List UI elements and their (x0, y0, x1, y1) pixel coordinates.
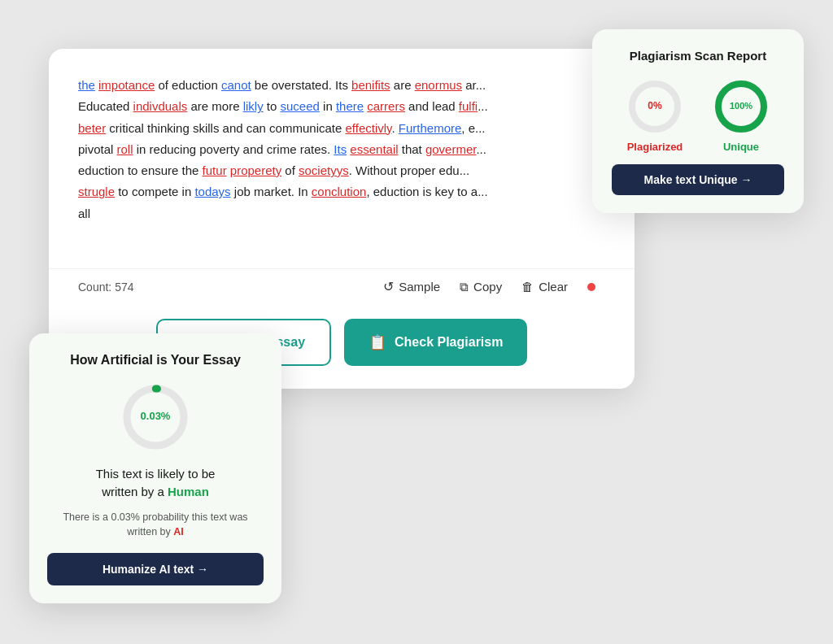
copy-icon: ⧉ (460, 280, 469, 294)
ai-pct-text: 0.03% (141, 410, 171, 422)
ai-detection-card: How Artificial is Your Essay 0.03% This … (29, 333, 281, 604)
editor-toolbar: Count: 574 ↺ Sample ⧉ Copy 🗑 Clear (49, 268, 635, 304)
sample-icon: ↺ (383, 279, 394, 294)
text-line-2: Educated indivduals are more likly to su… (78, 99, 488, 113)
sample-button[interactable]: ↺ Sample (383, 279, 440, 294)
unique-label: Unique (723, 141, 759, 153)
ai-word-label: AI (173, 526, 184, 537)
text-line-3: beter critical thinking skills and can c… (78, 121, 486, 135)
plagiarized-donut-svg: 0% (626, 77, 684, 136)
ai-card-title: How Artificial is Your Essay (47, 353, 264, 368)
editor-content[interactable]: the impotance of eduction canot be overs… (49, 49, 635, 268)
plagiarism-report-card: Plagiarism Scan Report 0% Plagiarized 10… (592, 29, 804, 213)
unique-circle: 100% Unique (712, 77, 770, 153)
status-dot (587, 283, 595, 291)
ai-donut-wrap: 0.03% (47, 381, 264, 454)
ai-result-text: This text is likely to bewritten by a Hu… (47, 465, 264, 502)
text-line-7: all (78, 207, 90, 220)
copy-button[interactable]: ⧉ Copy (460, 280, 502, 294)
plagiarized-circle: 0% Plagiarized (626, 77, 684, 153)
text-line-6: strugle to compete in todays job market.… (78, 185, 488, 198)
report-title: Plagiarism Scan Report (612, 49, 784, 63)
text-line-1: the impotance of eduction canot be overs… (78, 78, 486, 92)
report-circles: 0% Plagiarized 100% Unique (612, 77, 784, 153)
make-unique-button[interactable]: Make text Unique → (612, 164, 784, 195)
plagiarized-pct-text: 0% (648, 100, 662, 111)
unique-donut-svg: 100% (712, 77, 770, 136)
unique-pct-text: 100% (730, 101, 752, 111)
word-count: Count: 574 (78, 281, 364, 294)
trash-icon: 🗑 (521, 280, 534, 294)
check-plagiarism-button[interactable]: 📋 Check Plagiarism (344, 319, 527, 366)
text-line-5: eduction to ensure the futur properety o… (78, 163, 469, 177)
ai-donut-svg: 0.03% (119, 381, 192, 454)
plagiarism-icon: 📋 (369, 333, 386, 351)
text-line-4: pivotal roll in reducing poverty and cri… (78, 142, 486, 156)
human-label: Human (168, 485, 209, 498)
clear-button[interactable]: 🗑 Clear (521, 280, 568, 294)
ai-sub-text: There is a 0.03% probability this text w… (47, 510, 264, 541)
humanize-button[interactable]: Humanize AI text → (47, 553, 264, 585)
plagiarized-label: Plagiarized (627, 141, 683, 153)
